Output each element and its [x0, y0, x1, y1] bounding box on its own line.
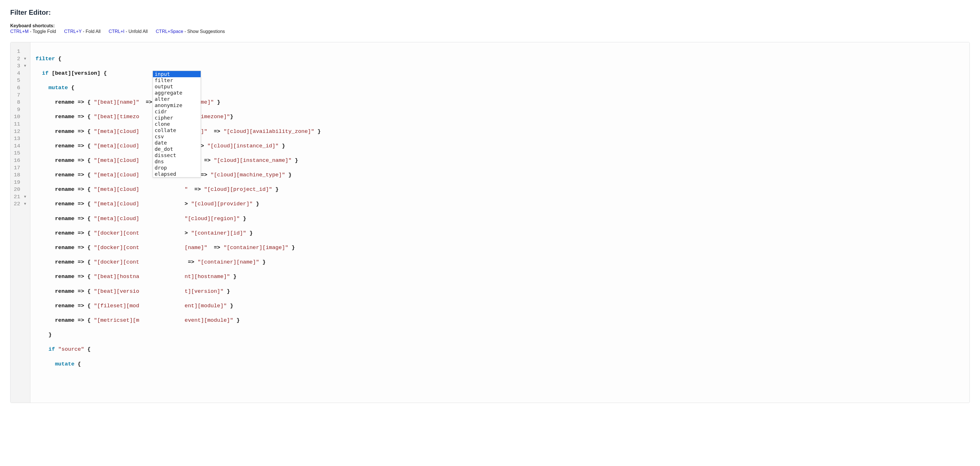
suggestion-item[interactable]: filter [153, 77, 200, 84]
line-number[interactable]: 15 [12, 150, 28, 157]
shortcut-desc: - Unfold All [124, 29, 148, 34]
suggestion-item[interactable]: collate [153, 127, 200, 133]
line-number[interactable]: 13 [12, 135, 28, 143]
line-gutter[interactable]: 1 2 ▾3 ▾4 5 6 7 8 9 10 11 12 13 14 15 16… [11, 42, 30, 403]
suggestion-item[interactable]: anonymize [153, 102, 200, 108]
shortcut-key: CTRL+Space [156, 29, 183, 34]
shortcut-toggle-fold: CTRL+M - Toggle Fold [10, 29, 57, 34]
shortcuts-heading: Keyboard shortcuts: [10, 23, 970, 29]
suggestion-item[interactable]: cidr [153, 108, 200, 115]
shortcut-show-suggestions: CTRL+Space - Show Suggestions [156, 29, 225, 34]
line-number[interactable]: 1 [12, 48, 28, 55]
line-number[interactable]: 6 [12, 84, 28, 92]
line-number[interactable]: 21 ▾ [12, 193, 28, 201]
code-area[interactable]: filter { if [beat][version] { mutate { r… [30, 42, 969, 403]
page-title: Filter Editor: [10, 8, 970, 16]
line-number[interactable]: 9 [12, 106, 28, 114]
line-number[interactable]: 11 [12, 121, 28, 128]
suggestion-item[interactable]: aggregate [153, 90, 200, 96]
line-number[interactable]: 10 [12, 113, 28, 121]
suggestion-item[interactable]: cipher [153, 115, 200, 121]
shortcut-desc: - Show Suggestions [183, 29, 225, 34]
shortcut-desc: - Toggle Fold [29, 29, 56, 34]
line-number[interactable]: 2 ▾ [12, 55, 28, 63]
line-number[interactable]: 8 [12, 99, 28, 106]
line-number[interactable]: 14 [12, 143, 28, 150]
line-number[interactable]: 20 [12, 186, 28, 193]
shortcut-key: CTRL+I [108, 29, 124, 34]
suggestion-item[interactable]: elapsed [153, 171, 200, 177]
line-number[interactable]: 4 [12, 70, 28, 77]
suggestion-item[interactable]: dns [153, 159, 200, 165]
autocomplete-popup[interactable]: inputfilteroutputaggregatealteranonymize… [153, 71, 201, 178]
line-number[interactable]: 3 ▾ [12, 62, 28, 70]
suggestion-item[interactable]: drop [153, 165, 200, 171]
shortcut-unfold-all: CTRL+I - Unfold All [108, 29, 149, 34]
line-number[interactable]: 12 [12, 128, 28, 135]
code-editor[interactable]: 1 2 ▾3 ▾4 5 6 7 8 9 10 11 12 13 14 15 16… [10, 42, 970, 403]
shortcuts-bar: CTRL+M - Toggle Fold CTRL+Y - Fold All C… [10, 29, 970, 34]
suggestion-item[interactable]: de_dot [153, 146, 200, 152]
suggestion-item[interactable]: alter [153, 96, 200, 102]
suggestion-item[interactable]: output [153, 84, 200, 90]
line-number[interactable]: 19 [12, 179, 28, 186]
shortcut-key: CTRL+Y [64, 29, 82, 34]
suggestion-item[interactable]: date [153, 140, 200, 146]
line-number[interactable]: 7 [12, 92, 28, 99]
shortcut-key: CTRL+M [10, 29, 29, 34]
line-number[interactable]: 22 ▾ [12, 200, 28, 208]
line-number[interactable]: 5 [12, 77, 28, 84]
line-number[interactable]: 16 [12, 157, 28, 165]
suggestion-item[interactable]: clone [153, 121, 200, 127]
suggestion-item[interactable]: csv [153, 133, 200, 140]
shortcut-fold-all: CTRL+Y - Fold All [64, 29, 102, 34]
suggestion-item[interactable]: input [153, 71, 200, 77]
line-number[interactable]: 17 [12, 165, 28, 172]
suggestion-item[interactable]: dissect [153, 152, 200, 159]
shortcut-desc: - Fold All [81, 29, 100, 34]
line-number[interactable]: 18 [12, 171, 28, 179]
